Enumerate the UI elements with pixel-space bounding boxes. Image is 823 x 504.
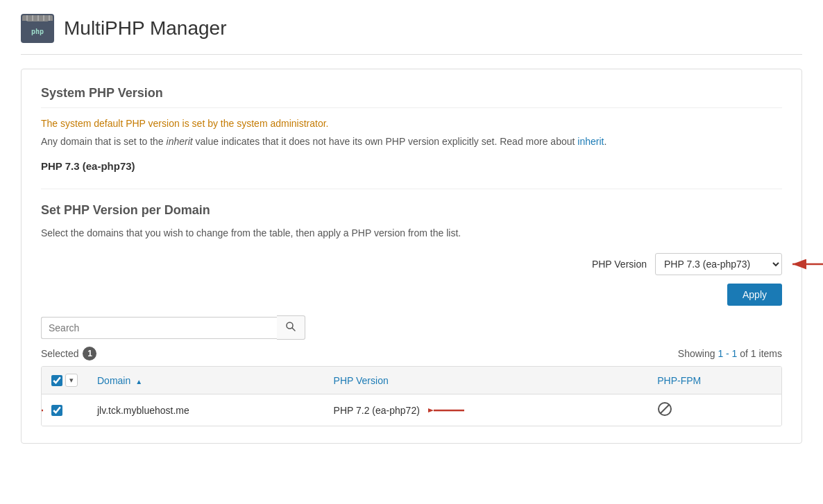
col-header-checkbox: ▾ <box>42 367 87 394</box>
header-checkbox-group: ▾ <box>51 374 78 387</box>
system-php-section: System PHP Version The system default PH… <box>41 86 782 172</box>
sort-arrow-domain: ▲ <box>135 378 142 385</box>
system-php-info: The system default PHP version is set by… <box>41 118 782 129</box>
inherit-link[interactable]: inherit <box>577 136 604 147</box>
showing-range-link[interactable]: 1 - 1 <box>718 348 737 359</box>
php-version-row: PHP Version PHP 7.3 (ea-php73) PHP 7.2 (… <box>41 253 782 275</box>
svg-text:php: php <box>31 28 44 35</box>
page-title: MultiPHP Manager <box>64 17 226 40</box>
php-icon: php <box>21 14 54 43</box>
row-php-fpm <box>647 394 781 426</box>
red-arrow-from-php-version <box>428 402 467 419</box>
search-row <box>41 315 782 340</box>
table-row: jlv.tck.mybluehost.me PHP 7.2 (ea-php72) <box>42 394 781 426</box>
row-checkbox[interactable] <box>51 405 62 416</box>
search-icon <box>285 321 296 332</box>
section-divider <box>41 189 782 189</box>
red-arrow-to-checkbox <box>41 400 47 421</box>
table-header: ▾ Domain ▲ PHP Version PHP-FPM <box>42 367 781 394</box>
set-php-section: Set PHP Version per Domain Select the do… <box>41 203 782 426</box>
table-body: jlv.tck.mybluehost.me PHP 7.2 (ea-php72) <box>42 394 781 426</box>
svg-line-6 <box>292 328 295 331</box>
search-button[interactable] <box>277 315 305 340</box>
apply-row: Apply <box>41 284 782 306</box>
apply-button[interactable]: Apply <box>727 284 782 306</box>
php-version-label: PHP Version <box>592 259 647 270</box>
selected-info: Selected 1 <box>41 347 96 360</box>
main-card: System PHP Version The system default PH… <box>21 69 802 444</box>
red-arrow-to-select <box>789 254 823 275</box>
system-php-desc: Any domain that is set to the inherit va… <box>41 134 782 149</box>
selected-text: Selected <box>41 348 78 359</box>
domains-table-wrapper: ▾ Domain ▲ PHP Version PHP-FPM <box>41 366 782 426</box>
selected-bar: Selected 1 Showing 1 - 1 of 1 items <box>41 347 782 360</box>
row-domain: jlv.tck.mybluehost.me <box>87 394 324 426</box>
php-version-select-wrapper: PHP 7.3 (ea-php73) PHP 7.2 (ea-php72) PH… <box>655 253 782 275</box>
current-php-version: PHP 7.3 (ea-php73) <box>41 160 782 172</box>
col-header-php-version: PHP Version <box>324 367 648 394</box>
svg-line-12 <box>661 405 670 414</box>
blocked-icon <box>657 401 672 417</box>
set-php-desc: Select the domains that you wish to chan… <box>41 226 782 241</box>
search-input[interactable] <box>41 317 277 339</box>
col-header-php-fpm: PHP-FPM <box>647 367 781 394</box>
header-dropdown-btn[interactable]: ▾ <box>65 374 78 387</box>
header-checkbox[interactable] <box>51 375 62 386</box>
row-checkbox-wrapper <box>51 405 78 416</box>
system-php-title: System PHP Version <box>41 86 782 108</box>
page-header: php MultiPHP Manager <box>21 14 802 55</box>
row-php-version: PHP 7.2 (ea-php72) <box>324 394 648 426</box>
row-checkbox-cell <box>42 394 87 426</box>
set-php-title: Set PHP Version per Domain <box>41 203 782 218</box>
col-header-domain: Domain ▲ <box>87 367 324 394</box>
selected-badge: 1 <box>83 347 96 360</box>
domains-table: ▾ Domain ▲ PHP Version PHP-FPM <box>42 367 781 426</box>
php-version-select[interactable]: PHP 7.3 (ea-php73) PHP 7.2 (ea-php72) PH… <box>655 253 782 275</box>
svg-rect-0 <box>26 17 49 21</box>
showing-text: Showing 1 - 1 of 1 items <box>678 348 782 359</box>
